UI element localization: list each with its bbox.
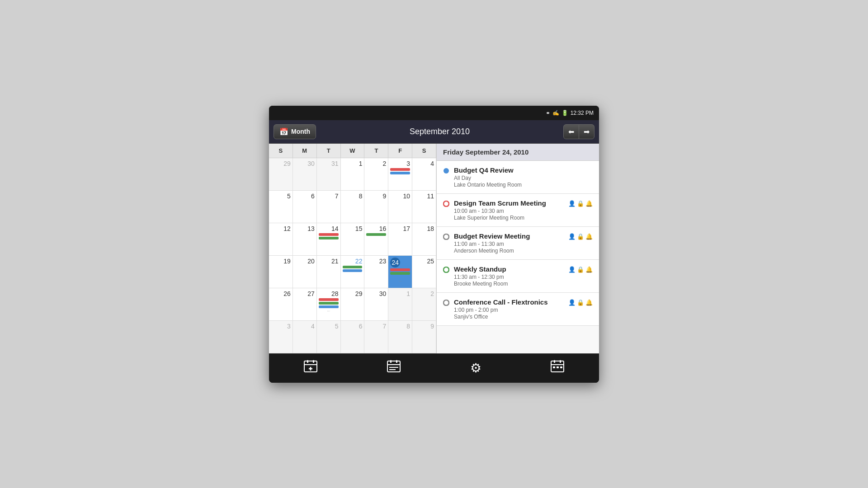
event-bars bbox=[390, 168, 410, 174]
day-number: 4 bbox=[414, 160, 434, 167]
event-details: Weekly Standup11:30 am - 12:30 pmBrooke … bbox=[454, 265, 564, 287]
event-item[interactable]: Budget Review Meeting11:00 am - 11:30 am… bbox=[437, 227, 599, 260]
cal-cell-19[interactable]: 19 bbox=[269, 256, 293, 288]
cal-cell-9[interactable]: 9 bbox=[364, 191, 388, 223]
event-location: Brooke Meeting Room bbox=[454, 281, 564, 287]
day-number: 6 bbox=[295, 192, 315, 200]
event-bar bbox=[319, 298, 339, 301]
calendar-view-nav[interactable] bbox=[550, 359, 565, 377]
attendees-icon: 👤 bbox=[568, 299, 576, 306]
cal-cell-3[interactable]: 3 bbox=[388, 158, 412, 191]
cal-cell-18[interactable]: 18 bbox=[412, 223, 436, 256]
event-item[interactable]: Design Team Scrum Meeting10:00 am - 10:3… bbox=[437, 194, 599, 227]
calendar-view-icon bbox=[550, 359, 565, 377]
device-frame: ⚭ ✍ 🔋 12:32 PM 📅 Month September 2010 ⬅ … bbox=[269, 106, 599, 383]
event-location: Sanjiv's Office bbox=[454, 314, 564, 320]
event-location: Lake Superior Meeting Room bbox=[454, 215, 564, 221]
cal-cell-6[interactable]: 6 bbox=[341, 321, 365, 353]
attendees-icon: 👤 bbox=[568, 200, 576, 207]
cal-cell-20[interactable]: 20 bbox=[293, 256, 317, 288]
event-dot bbox=[443, 234, 449, 242]
svg-rect-19 bbox=[560, 360, 561, 363]
cal-cell-23[interactable]: 23 bbox=[364, 256, 388, 288]
day-number: 5 bbox=[319, 323, 339, 330]
day-number: 4 bbox=[295, 323, 315, 330]
lock-icon: 🔒 bbox=[577, 200, 584, 207]
cal-cell-12[interactable]: 12 bbox=[269, 223, 293, 256]
cal-cell-14[interactable]: 14 bbox=[317, 223, 341, 256]
cal-cell-7[interactable]: 7 bbox=[317, 191, 341, 223]
day-number: 7 bbox=[319, 192, 339, 200]
day-number: 8 bbox=[343, 192, 363, 200]
event-item[interactable]: Weekly Standup11:30 am - 12:30 pmBrooke … bbox=[437, 260, 599, 293]
calendar-panel: S M T W T F S 29303112345678910111213141… bbox=[269, 144, 436, 353]
event-time: 11:00 am - 11:30 am bbox=[454, 241, 564, 247]
cal-cell-24[interactable]: 24... bbox=[388, 256, 412, 288]
cal-cell-7[interactable]: 7 bbox=[364, 321, 388, 353]
day-number: 6 bbox=[343, 323, 363, 330]
cal-cell-9[interactable]: 9 bbox=[412, 321, 436, 353]
cal-cell-30[interactable]: 30 bbox=[293, 158, 317, 191]
cal-cell-29[interactable]: 29 bbox=[341, 288, 365, 321]
cal-cell-30[interactable]: 30 bbox=[364, 288, 388, 321]
month-button[interactable]: 📅 Month bbox=[274, 124, 316, 139]
cal-cell-11[interactable]: 11 bbox=[412, 191, 436, 223]
event-bar bbox=[319, 305, 339, 308]
cal-cell-21[interactable]: 21 bbox=[317, 256, 341, 288]
day-number: 31 bbox=[319, 160, 339, 167]
event-location: Anderson Meeting Room bbox=[454, 248, 564, 254]
signal-icon: ✍ bbox=[552, 110, 559, 116]
list-view-nav[interactable] bbox=[387, 359, 401, 377]
cal-cell-13[interactable]: 13 bbox=[293, 223, 317, 256]
cal-cell-5[interactable]: 5 bbox=[269, 191, 293, 223]
event-bars bbox=[319, 298, 339, 308]
event-item[interactable]: Budget Q4 ReviewAll DayLake Ontario Meet… bbox=[437, 161, 599, 194]
cal-cell-8[interactable]: 8 bbox=[341, 191, 365, 223]
event-time: 10:00 am - 10:30 am bbox=[454, 208, 564, 214]
svg-rect-12 bbox=[390, 360, 392, 363]
cal-cell-29[interactable]: 29 bbox=[269, 158, 293, 191]
cal-cell-2[interactable]: 2 bbox=[364, 158, 388, 191]
cal-cell-26[interactable]: 26 bbox=[269, 288, 293, 321]
day-number: 20 bbox=[295, 258, 315, 265]
day-number: 10 bbox=[390, 192, 410, 200]
event-item[interactable]: Conference Call - Flextronics1:00 pm - 2… bbox=[437, 293, 599, 326]
day-number: 28 bbox=[319, 290, 339, 297]
cal-cell-27[interactable]: 27 bbox=[293, 288, 317, 321]
svg-point-4 bbox=[443, 300, 449, 305]
cal-cell-3[interactable]: 3 bbox=[269, 321, 293, 353]
cal-cell-16[interactable]: 16 bbox=[364, 223, 388, 256]
event-location: Lake Ontario Meeting Room bbox=[454, 182, 593, 188]
cal-cell-5[interactable]: 5 bbox=[317, 321, 341, 353]
prev-button[interactable]: ⬅ bbox=[564, 125, 579, 139]
event-action-icons: 👤 🔒 🔔 bbox=[568, 299, 593, 306]
cal-cell-8[interactable]: 8 bbox=[388, 321, 412, 353]
day-header-wed: W bbox=[341, 144, 365, 158]
cal-cell-15[interactable]: 15 bbox=[341, 223, 365, 256]
event-bars bbox=[390, 268, 410, 278]
event-bar bbox=[390, 276, 410, 278]
cal-cell-4[interactable]: 4 bbox=[412, 158, 436, 191]
cal-cell-25[interactable]: 25 bbox=[412, 256, 436, 288]
next-button[interactable]: ➡ bbox=[579, 125, 594, 139]
cal-cell-4[interactable]: 4 bbox=[293, 321, 317, 353]
cal-cell-1[interactable]: 1 bbox=[388, 288, 412, 321]
cal-cell-17[interactable]: 17 bbox=[388, 223, 412, 256]
status-icons: ⚭ ✍ 🔋 12:32 PM bbox=[546, 110, 594, 116]
event-action-icons: 👤 🔒 🔔 bbox=[568, 266, 593, 273]
svg-point-0 bbox=[443, 168, 449, 174]
cal-cell-1[interactable]: 1 bbox=[341, 158, 365, 191]
settings-nav[interactable]: ⚙ bbox=[470, 361, 481, 375]
event-bar bbox=[343, 266, 363, 268]
cal-cell-2[interactable]: 2 bbox=[412, 288, 436, 321]
cal-cell-28[interactable]: 28... bbox=[317, 288, 341, 321]
lock-icon: 🔒 bbox=[577, 266, 584, 273]
day-number: 27 bbox=[295, 290, 315, 297]
cal-cell-10[interactable]: 10 bbox=[388, 191, 412, 223]
list-view-icon bbox=[387, 359, 401, 377]
cal-cell-6[interactable]: 6 bbox=[293, 191, 317, 223]
cal-cell-31[interactable]: 31 bbox=[317, 158, 341, 191]
cal-cell-22[interactable]: 22 bbox=[341, 256, 365, 288]
add-event-nav[interactable] bbox=[303, 359, 318, 377]
event-title: Weekly Standup bbox=[454, 265, 564, 273]
